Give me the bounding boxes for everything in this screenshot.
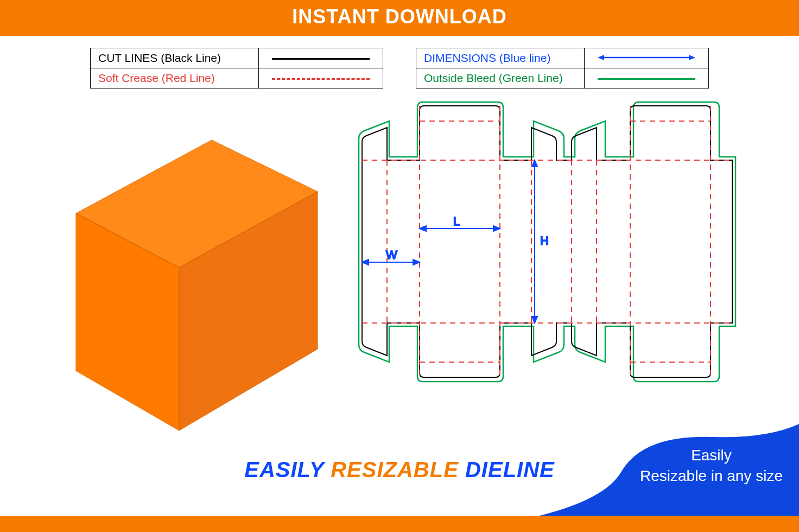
bottom-orange-bar bbox=[0, 516, 799, 532]
tagline-resizable: RESIZABLE bbox=[331, 458, 459, 482]
legend-bleed-label: Outside Bleed (Green Line) bbox=[416, 68, 585, 88]
svg-marker-2 bbox=[689, 55, 695, 60]
corner-line1: Easily bbox=[640, 445, 783, 466]
dieline-diagram: W L H bbox=[356, 99, 741, 392]
svg-marker-27 bbox=[362, 259, 369, 265]
legend-bleed-sample bbox=[585, 68, 709, 88]
legend-left-table: CUT LINES (Black Line) Soft Crease (Red … bbox=[90, 48, 383, 88]
box-3d-render bbox=[68, 105, 334, 436]
legend-crease-label: Soft Crease (Red Line) bbox=[91, 68, 259, 88]
svg-marker-1 bbox=[598, 55, 604, 60]
legend-crease-sample bbox=[259, 68, 383, 88]
legend-cut-label: CUT LINES (Black Line) bbox=[91, 48, 259, 68]
blue-arrow-line-icon bbox=[598, 53, 695, 62]
legend-right-table: DIMENSIONS (Blue line) Outside Bleed (Gr… bbox=[416, 48, 709, 88]
legend: CUT LINES (Black Line) Soft Crease (Red … bbox=[0, 48, 799, 88]
corner-line2: Resizable in any size bbox=[640, 466, 783, 486]
black-solid-line-icon bbox=[272, 58, 370, 60]
svg-marker-30 bbox=[420, 226, 426, 231]
red-dashed-line-icon bbox=[272, 78, 370, 80]
legend-dim-label: DIMENSIONS (Blue line) bbox=[416, 48, 585, 68]
legend-cut-sample bbox=[259, 48, 383, 68]
instant-download-banner: INSTANT DOWNLOAD bbox=[0, 0, 799, 36]
green-solid-line-icon bbox=[598, 78, 695, 80]
svg-marker-31 bbox=[493, 226, 500, 231]
dim-w-letter: W bbox=[386, 248, 397, 262]
tagline-easily: EASILY bbox=[244, 458, 324, 482]
svg-marker-33 bbox=[532, 160, 537, 167]
svg-marker-28 bbox=[413, 259, 420, 265]
dim-h-letter: H bbox=[540, 234, 549, 248]
svg-marker-34 bbox=[532, 316, 537, 323]
corner-badge: Easily Resizable in any size bbox=[560, 418, 799, 516]
legend-dim-sample bbox=[585, 48, 709, 68]
dim-l-letter: L bbox=[453, 214, 460, 228]
